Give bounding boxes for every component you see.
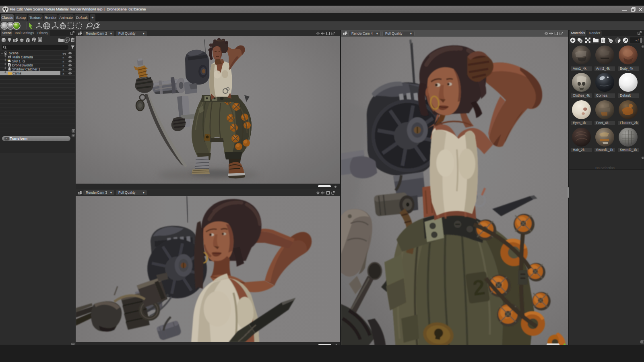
svg-text:Scene: Scene: [9, 51, 19, 55]
svg-text:Shadow Catcher 1: Shadow Catcher 1: [12, 67, 40, 71]
svg-text:a: a: [62, 52, 64, 55]
svg-text:Cams: Cams: [12, 71, 21, 75]
svg-text:Main Camera: Main Camera: [12, 55, 33, 59]
svg-text:DroneSwords: DroneSwords: [12, 63, 33, 67]
svg-text:Sky 1_G: Sky 1_G: [12, 59, 25, 63]
